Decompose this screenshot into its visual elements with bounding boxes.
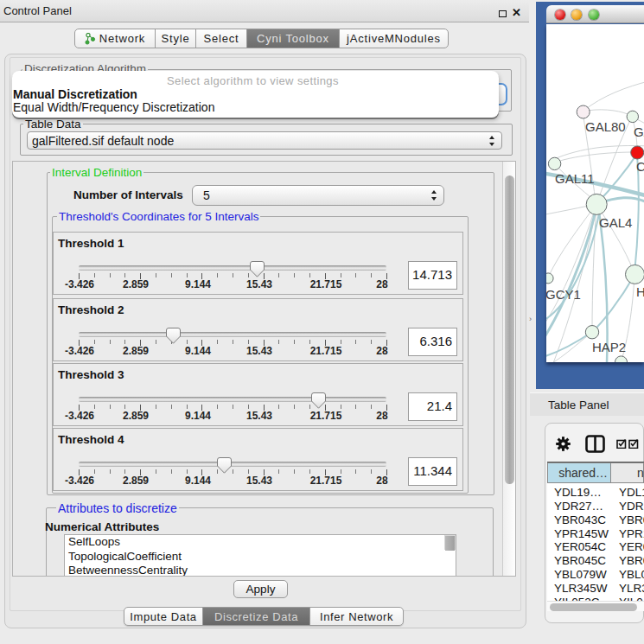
svg-text:HAP2: HAP2	[592, 340, 626, 354]
svg-text:GAL80: GAL80	[585, 119, 626, 134]
svg-text:GA: GA	[634, 124, 644, 139]
svg-text:GAL11: GAL11	[555, 171, 595, 186]
svg-text:GAL4: GAL4	[599, 215, 632, 230]
svg-text:GCY1: GCY1	[546, 287, 581, 302]
svg-text:C: C	[636, 159, 644, 174]
svg-text:H: H	[636, 284, 644, 299]
